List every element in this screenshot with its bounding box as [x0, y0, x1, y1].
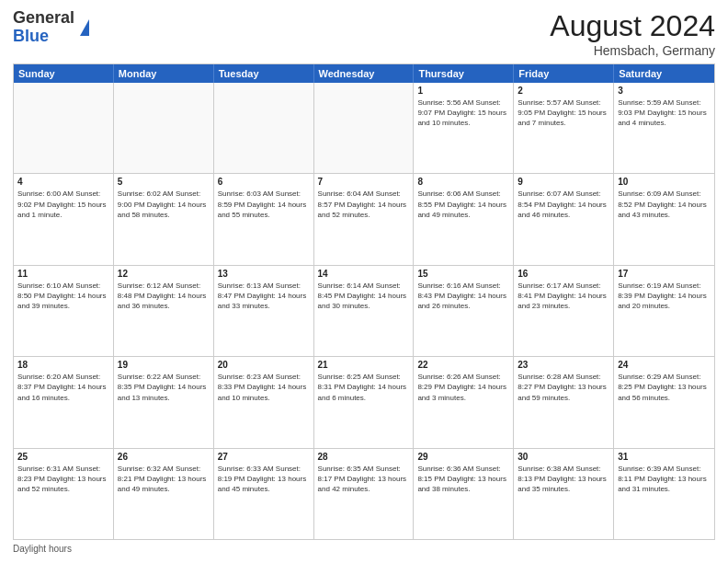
logo-general: General: [13, 8, 74, 27]
title-block: August 2024 Hemsbach, Germany: [550, 9, 715, 58]
calendar-cell: [314, 83, 415, 173]
calendar-cell: 24Sunrise: 6:29 AM Sunset: 8:25 PM Dayli…: [614, 357, 714, 447]
day-number: 18: [17, 360, 109, 370]
day-number: 21: [318, 360, 410, 370]
day-number: 30: [518, 452, 609, 462]
day-number: 28: [318, 452, 410, 462]
header-cell-wednesday: Wednesday: [314, 64, 415, 83]
day-info: Sunrise: 6:36 AM Sunset: 8:15 PM Dayligh…: [417, 464, 509, 495]
calendar-cell: [214, 83, 314, 173]
day-number: 24: [618, 360, 711, 370]
day-number: 27: [218, 452, 310, 462]
logo-triangle-icon: [80, 19, 89, 36]
header-cell-tuesday: Tuesday: [214, 64, 314, 83]
day-number: 26: [118, 452, 210, 462]
day-number: 7: [318, 177, 410, 187]
calendar-cell: 11Sunrise: 6:10 AM Sunset: 8:50 PM Dayli…: [14, 266, 114, 356]
logo-blue: Blue: [13, 27, 49, 45]
day-info: Sunrise: 5:56 AM Sunset: 9:07 PM Dayligh…: [417, 98, 509, 129]
day-number: 8: [417, 177, 509, 187]
calendar-cell: 31Sunrise: 6:39 AM Sunset: 8:11 PM Dayli…: [614, 449, 714, 539]
day-info: Sunrise: 6:10 AM Sunset: 8:50 PM Dayligh…: [17, 281, 109, 312]
calendar-cell: 22Sunrise: 6:26 AM Sunset: 8:29 PM Dayli…: [414, 357, 514, 447]
calendar-cell: 18Sunrise: 6:20 AM Sunset: 8:37 PM Dayli…: [14, 357, 114, 447]
day-info: Sunrise: 5:59 AM Sunset: 9:03 PM Dayligh…: [618, 98, 711, 129]
day-number: 3: [618, 86, 711, 96]
calendar-cell: 26Sunrise: 6:32 AM Sunset: 8:21 PM Dayli…: [114, 449, 214, 539]
day-number: 16: [518, 269, 609, 279]
page: General Blue August 2024 Hemsbach, Germa…: [0, 0, 728, 563]
day-info: Sunrise: 6:14 AM Sunset: 8:45 PM Dayligh…: [318, 281, 410, 312]
day-info: Sunrise: 6:06 AM Sunset: 8:55 PM Dayligh…: [417, 189, 509, 220]
calendar-cell: 17Sunrise: 6:19 AM Sunset: 8:39 PM Dayli…: [614, 266, 714, 356]
calendar-body: 1Sunrise: 5:56 AM Sunset: 9:07 PM Daylig…: [14, 83, 714, 539]
calendar-cell: 7Sunrise: 6:04 AM Sunset: 8:57 PM Daylig…: [314, 174, 415, 264]
calendar-cell: 30Sunrise: 6:38 AM Sunset: 8:13 PM Dayli…: [514, 449, 614, 539]
header-cell-monday: Monday: [114, 64, 214, 83]
calendar-cell: 19Sunrise: 6:22 AM Sunset: 8:35 PM Dayli…: [114, 357, 214, 447]
subtitle: Hemsbach, Germany: [550, 43, 715, 58]
day-number: 2: [518, 86, 609, 96]
calendar-cell: 21Sunrise: 6:25 AM Sunset: 8:31 PM Dayli…: [314, 357, 415, 447]
day-number: 19: [118, 360, 210, 370]
footer-note: Daylight hours: [13, 540, 715, 554]
calendar-cell: 14Sunrise: 6:14 AM Sunset: 8:45 PM Dayli…: [314, 266, 415, 356]
calendar-cell: [114, 83, 214, 173]
calendar-cell: 15Sunrise: 6:16 AM Sunset: 8:43 PM Dayli…: [414, 266, 514, 356]
calendar-row-2: 4Sunrise: 6:00 AM Sunset: 9:02 PM Daylig…: [14, 174, 714, 265]
day-number: 10: [618, 177, 711, 187]
calendar-cell: 10Sunrise: 6:09 AM Sunset: 8:52 PM Dayli…: [614, 174, 714, 264]
calendar-cell: 20Sunrise: 6:23 AM Sunset: 8:33 PM Dayli…: [214, 357, 314, 447]
day-number: 11: [17, 269, 109, 279]
day-info: Sunrise: 6:38 AM Sunset: 8:13 PM Dayligh…: [518, 464, 609, 495]
day-info: Sunrise: 6:17 AM Sunset: 8:41 PM Dayligh…: [518, 281, 609, 312]
calendar-cell: 6Sunrise: 6:03 AM Sunset: 8:59 PM Daylig…: [214, 174, 314, 264]
calendar-cell: 8Sunrise: 6:06 AM Sunset: 8:55 PM Daylig…: [414, 174, 514, 264]
main-title: August 2024: [550, 9, 715, 43]
calendar: SundayMondayTuesdayWednesdayThursdayFrid…: [13, 63, 715, 540]
day-number: 31: [618, 452, 711, 462]
day-info: Sunrise: 6:03 AM Sunset: 8:59 PM Dayligh…: [218, 189, 310, 220]
day-info: Sunrise: 6:12 AM Sunset: 8:48 PM Dayligh…: [118, 281, 210, 312]
calendar-cell: 5Sunrise: 6:02 AM Sunset: 9:00 PM Daylig…: [114, 174, 214, 264]
day-info: Sunrise: 6:00 AM Sunset: 9:02 PM Dayligh…: [17, 189, 109, 220]
day-info: Sunrise: 6:39 AM Sunset: 8:11 PM Dayligh…: [618, 464, 711, 495]
day-number: 9: [518, 177, 609, 187]
day-number: 13: [218, 269, 310, 279]
day-info: Sunrise: 6:22 AM Sunset: 8:35 PM Dayligh…: [118, 372, 210, 403]
day-info: Sunrise: 6:26 AM Sunset: 8:29 PM Dayligh…: [417, 372, 509, 403]
header-cell-saturday: Saturday: [614, 64, 714, 83]
day-number: 1: [417, 86, 509, 96]
day-info: Sunrise: 6:09 AM Sunset: 8:52 PM Dayligh…: [618, 189, 711, 220]
calendar-cell: 27Sunrise: 6:33 AM Sunset: 8:19 PM Dayli…: [214, 449, 314, 539]
calendar-cell: 13Sunrise: 6:13 AM Sunset: 8:47 PM Dayli…: [214, 266, 314, 356]
calendar-cell: 9Sunrise: 6:07 AM Sunset: 8:54 PM Daylig…: [514, 174, 614, 264]
calendar-cell: 25Sunrise: 6:31 AM Sunset: 8:23 PM Dayli…: [14, 449, 114, 539]
day-info: Sunrise: 6:23 AM Sunset: 8:33 PM Dayligh…: [218, 372, 310, 403]
day-number: 25: [17, 452, 109, 462]
calendar-cell: 2Sunrise: 5:57 AM Sunset: 9:05 PM Daylig…: [514, 83, 614, 173]
calendar-cell: 16Sunrise: 6:17 AM Sunset: 8:41 PM Dayli…: [514, 266, 614, 356]
day-info: Sunrise: 6:04 AM Sunset: 8:57 PM Dayligh…: [318, 189, 410, 220]
calendar-cell: 3Sunrise: 5:59 AM Sunset: 9:03 PM Daylig…: [614, 83, 714, 173]
day-number: 20: [218, 360, 310, 370]
day-info: Sunrise: 5:57 AM Sunset: 9:05 PM Dayligh…: [518, 98, 609, 129]
calendar-cell: 23Sunrise: 6:28 AM Sunset: 8:27 PM Dayli…: [514, 357, 614, 447]
day-info: Sunrise: 6:35 AM Sunset: 8:17 PM Dayligh…: [318, 464, 410, 495]
calendar-row-4: 18Sunrise: 6:20 AM Sunset: 8:37 PM Dayli…: [14, 357, 714, 448]
day-info: Sunrise: 6:33 AM Sunset: 8:19 PM Dayligh…: [218, 464, 310, 495]
day-info: Sunrise: 6:02 AM Sunset: 9:00 PM Dayligh…: [118, 189, 210, 220]
day-number: 15: [417, 269, 509, 279]
day-info: Sunrise: 6:25 AM Sunset: 8:31 PM Dayligh…: [318, 372, 410, 403]
day-number: 4: [17, 177, 109, 187]
day-number: 14: [318, 269, 410, 279]
day-info: Sunrise: 6:32 AM Sunset: 8:21 PM Dayligh…: [118, 464, 210, 495]
calendar-cell: 4Sunrise: 6:00 AM Sunset: 9:02 PM Daylig…: [14, 174, 114, 264]
day-info: Sunrise: 6:31 AM Sunset: 8:23 PM Dayligh…: [17, 464, 109, 495]
day-number: 23: [518, 360, 609, 370]
calendar-header: SundayMondayTuesdayWednesdayThursdayFrid…: [14, 64, 714, 83]
calendar-cell: 29Sunrise: 6:36 AM Sunset: 8:15 PM Dayli…: [414, 449, 514, 539]
day-number: 12: [118, 269, 210, 279]
day-number: 6: [218, 177, 310, 187]
header-cell-friday: Friday: [514, 64, 614, 83]
